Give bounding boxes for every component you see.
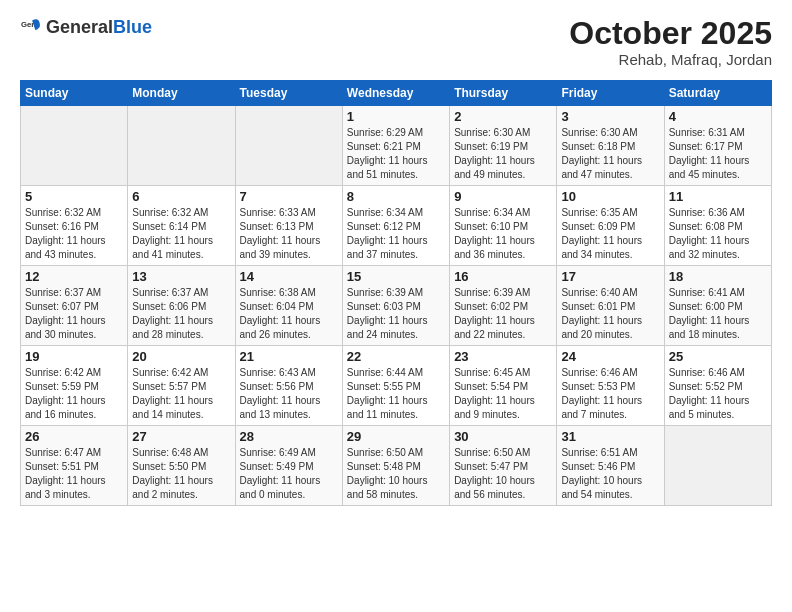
calendar-cell: 18Sunrise: 6:41 AMSunset: 6:00 PMDayligh… — [664, 266, 771, 346]
day-number: 16 — [454, 269, 552, 284]
calendar-header-row: SundayMondayTuesdayWednesdayThursdayFrid… — [21, 81, 772, 106]
day-info: Sunrise: 6:38 AMSunset: 6:04 PMDaylight:… — [240, 286, 338, 342]
day-info: Sunrise: 6:49 AMSunset: 5:49 PMDaylight:… — [240, 446, 338, 502]
calendar-subtitle: Rehab, Mafraq, Jordan — [569, 51, 772, 68]
day-info: Sunrise: 6:35 AMSunset: 6:09 PMDaylight:… — [561, 206, 659, 262]
day-info: Sunrise: 6:50 AMSunset: 5:47 PMDaylight:… — [454, 446, 552, 502]
logo-general: General — [46, 17, 113, 37]
day-number: 18 — [669, 269, 767, 284]
calendar-cell: 31Sunrise: 6:51 AMSunset: 5:46 PMDayligh… — [557, 426, 664, 506]
day-number: 2 — [454, 109, 552, 124]
day-info: Sunrise: 6:42 AMSunset: 5:57 PMDaylight:… — [132, 366, 230, 422]
calendar-cell: 23Sunrise: 6:45 AMSunset: 5:54 PMDayligh… — [450, 346, 557, 426]
calendar-cell: 17Sunrise: 6:40 AMSunset: 6:01 PMDayligh… — [557, 266, 664, 346]
day-number: 5 — [25, 189, 123, 204]
calendar-cell: 9Sunrise: 6:34 AMSunset: 6:10 PMDaylight… — [450, 186, 557, 266]
day-info: Sunrise: 6:37 AMSunset: 6:07 PMDaylight:… — [25, 286, 123, 342]
calendar-container: Gen GeneralBlue October 2025 Rehab, Mafr… — [0, 0, 792, 516]
day-number: 23 — [454, 349, 552, 364]
day-header-monday: Monday — [128, 81, 235, 106]
week-row-5: 26Sunrise: 6:47 AMSunset: 5:51 PMDayligh… — [21, 426, 772, 506]
day-number: 7 — [240, 189, 338, 204]
day-number: 31 — [561, 429, 659, 444]
day-number: 12 — [25, 269, 123, 284]
day-number: 17 — [561, 269, 659, 284]
day-info: Sunrise: 6:42 AMSunset: 5:59 PMDaylight:… — [25, 366, 123, 422]
calendar-table: SundayMondayTuesdayWednesdayThursdayFrid… — [20, 80, 772, 506]
day-info: Sunrise: 6:39 AMSunset: 6:02 PMDaylight:… — [454, 286, 552, 342]
day-info: Sunrise: 6:39 AMSunset: 6:03 PMDaylight:… — [347, 286, 445, 342]
calendar-cell: 24Sunrise: 6:46 AMSunset: 5:53 PMDayligh… — [557, 346, 664, 426]
day-info: Sunrise: 6:30 AMSunset: 6:18 PMDaylight:… — [561, 126, 659, 182]
day-number: 29 — [347, 429, 445, 444]
logo-icon: Gen — [20, 16, 42, 38]
day-number: 27 — [132, 429, 230, 444]
day-header-saturday: Saturday — [664, 81, 771, 106]
day-info: Sunrise: 6:36 AMSunset: 6:08 PMDaylight:… — [669, 206, 767, 262]
calendar-cell: 14Sunrise: 6:38 AMSunset: 6:04 PMDayligh… — [235, 266, 342, 346]
day-number: 20 — [132, 349, 230, 364]
week-row-1: 1Sunrise: 6:29 AMSunset: 6:21 PMDaylight… — [21, 106, 772, 186]
day-number: 14 — [240, 269, 338, 284]
day-info: Sunrise: 6:46 AMSunset: 5:52 PMDaylight:… — [669, 366, 767, 422]
calendar-body: 1Sunrise: 6:29 AMSunset: 6:21 PMDaylight… — [21, 106, 772, 506]
calendar-cell: 5Sunrise: 6:32 AMSunset: 6:16 PMDaylight… — [21, 186, 128, 266]
calendar-cell: 8Sunrise: 6:34 AMSunset: 6:12 PMDaylight… — [342, 186, 449, 266]
calendar-cell — [235, 106, 342, 186]
calendar-cell — [128, 106, 235, 186]
day-number: 6 — [132, 189, 230, 204]
calendar-cell: 15Sunrise: 6:39 AMSunset: 6:03 PMDayligh… — [342, 266, 449, 346]
day-number: 13 — [132, 269, 230, 284]
day-info: Sunrise: 6:29 AMSunset: 6:21 PMDaylight:… — [347, 126, 445, 182]
day-info: Sunrise: 6:40 AMSunset: 6:01 PMDaylight:… — [561, 286, 659, 342]
day-header-tuesday: Tuesday — [235, 81, 342, 106]
week-row-2: 5Sunrise: 6:32 AMSunset: 6:16 PMDaylight… — [21, 186, 772, 266]
calendar-cell: 19Sunrise: 6:42 AMSunset: 5:59 PMDayligh… — [21, 346, 128, 426]
calendar-cell: 25Sunrise: 6:46 AMSunset: 5:52 PMDayligh… — [664, 346, 771, 426]
day-info: Sunrise: 6:37 AMSunset: 6:06 PMDaylight:… — [132, 286, 230, 342]
day-number: 25 — [669, 349, 767, 364]
day-info: Sunrise: 6:43 AMSunset: 5:56 PMDaylight:… — [240, 366, 338, 422]
day-info: Sunrise: 6:45 AMSunset: 5:54 PMDaylight:… — [454, 366, 552, 422]
day-header-thursday: Thursday — [450, 81, 557, 106]
day-info: Sunrise: 6:30 AMSunset: 6:19 PMDaylight:… — [454, 126, 552, 182]
day-number: 9 — [454, 189, 552, 204]
calendar-cell — [21, 106, 128, 186]
day-number: 22 — [347, 349, 445, 364]
calendar-cell: 6Sunrise: 6:32 AMSunset: 6:14 PMDaylight… — [128, 186, 235, 266]
calendar-cell: 1Sunrise: 6:29 AMSunset: 6:21 PMDaylight… — [342, 106, 449, 186]
day-number: 15 — [347, 269, 445, 284]
week-row-3: 12Sunrise: 6:37 AMSunset: 6:07 PMDayligh… — [21, 266, 772, 346]
logo-blue: Blue — [113, 17, 152, 37]
calendar-cell: 28Sunrise: 6:49 AMSunset: 5:49 PMDayligh… — [235, 426, 342, 506]
calendar-cell: 2Sunrise: 6:30 AMSunset: 6:19 PMDaylight… — [450, 106, 557, 186]
calendar-cell: 26Sunrise: 6:47 AMSunset: 5:51 PMDayligh… — [21, 426, 128, 506]
calendar-cell: 12Sunrise: 6:37 AMSunset: 6:07 PMDayligh… — [21, 266, 128, 346]
day-info: Sunrise: 6:46 AMSunset: 5:53 PMDaylight:… — [561, 366, 659, 422]
day-number: 10 — [561, 189, 659, 204]
calendar-cell: 29Sunrise: 6:50 AMSunset: 5:48 PMDayligh… — [342, 426, 449, 506]
day-info: Sunrise: 6:41 AMSunset: 6:00 PMDaylight:… — [669, 286, 767, 342]
calendar-title: October 2025 — [569, 16, 772, 51]
day-header-sunday: Sunday — [21, 81, 128, 106]
day-info: Sunrise: 6:44 AMSunset: 5:55 PMDaylight:… — [347, 366, 445, 422]
calendar-cell — [664, 426, 771, 506]
day-info: Sunrise: 6:31 AMSunset: 6:17 PMDaylight:… — [669, 126, 767, 182]
day-info: Sunrise: 6:32 AMSunset: 6:16 PMDaylight:… — [25, 206, 123, 262]
calendar-cell: 11Sunrise: 6:36 AMSunset: 6:08 PMDayligh… — [664, 186, 771, 266]
calendar-cell: 10Sunrise: 6:35 AMSunset: 6:09 PMDayligh… — [557, 186, 664, 266]
calendar-cell: 22Sunrise: 6:44 AMSunset: 5:55 PMDayligh… — [342, 346, 449, 426]
day-info: Sunrise: 6:33 AMSunset: 6:13 PMDaylight:… — [240, 206, 338, 262]
day-number: 30 — [454, 429, 552, 444]
calendar-cell: 30Sunrise: 6:50 AMSunset: 5:47 PMDayligh… — [450, 426, 557, 506]
day-number: 26 — [25, 429, 123, 444]
week-row-4: 19Sunrise: 6:42 AMSunset: 5:59 PMDayligh… — [21, 346, 772, 426]
day-number: 21 — [240, 349, 338, 364]
calendar-cell: 3Sunrise: 6:30 AMSunset: 6:18 PMDaylight… — [557, 106, 664, 186]
day-info: Sunrise: 6:51 AMSunset: 5:46 PMDaylight:… — [561, 446, 659, 502]
logo: Gen GeneralBlue — [20, 16, 152, 38]
day-header-friday: Friday — [557, 81, 664, 106]
day-info: Sunrise: 6:34 AMSunset: 6:10 PMDaylight:… — [454, 206, 552, 262]
day-info: Sunrise: 6:48 AMSunset: 5:50 PMDaylight:… — [132, 446, 230, 502]
day-number: 11 — [669, 189, 767, 204]
